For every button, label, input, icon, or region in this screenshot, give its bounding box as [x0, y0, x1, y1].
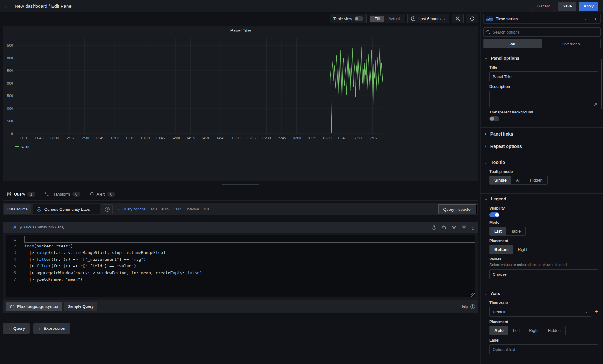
- disable-query-button[interactable]: [452, 225, 457, 230]
- flux-code-editor[interactable]: 1234567 from(bucket: "test") |> range(st…: [6, 235, 475, 297]
- timeseries-plot[interactable]: 050010001500200025003000350011:3011:4512…: [7, 35, 475, 143]
- transform-icon: [44, 192, 49, 196]
- query-actions-row: + Query + Expression: [3, 323, 478, 334]
- tab-alert[interactable]: Alert 0: [90, 188, 115, 200]
- query-row-header: ⌄ A (Curious Community Labs) ? ⣿: [3, 222, 478, 233]
- add-query-button[interactable]: + Query: [3, 323, 30, 334]
- tab-transform[interactable]: Transform 0: [44, 188, 80, 200]
- select-placeholder: Choose: [493, 272, 507, 277]
- code-gutter: 1234567: [6, 236, 20, 296]
- time-range-label: Last 6 hours: [418, 16, 441, 21]
- duplicate-query-button[interactable]: [442, 225, 446, 230]
- legend-label: value: [21, 145, 30, 149]
- svg-text:12:15: 12:15: [65, 136, 74, 140]
- tooltip-mode-single[interactable]: Single: [490, 176, 511, 184]
- sidebar-scrollbar-thumb[interactable]: [601, 59, 602, 109]
- repeat-options-row[interactable]: › Repeat options: [481, 140, 603, 152]
- query-editor-footer: Flux language syntax Sample Query Help ?: [3, 300, 478, 313]
- sample-query-button[interactable]: Sample Query: [64, 302, 97, 311]
- editor-tabs: Query 1 Transform 0 Alert 0: [3, 188, 478, 201]
- chart-panel: Panel Title 0500100015002000250030003500…: [3, 26, 478, 181]
- tooltip-header[interactable]: ⌄ Tooltip: [481, 157, 603, 166]
- datasource-help-button[interactable]: ?: [103, 204, 113, 214]
- panel-options-header[interactable]: ⌄ Panel options: [481, 53, 603, 62]
- tab-all[interactable]: All: [484, 39, 542, 48]
- tab-query-label: Query: [14, 192, 25, 196]
- svg-text:14:45: 14:45: [216, 136, 225, 140]
- svg-text:2000: 2000: [7, 81, 13, 85]
- datasource-picker[interactable]: Curious Community Labs ⌄: [33, 204, 100, 214]
- table-view-toggle[interactable]: Table view: [330, 14, 367, 23]
- datasource-label: Data source: [4, 204, 31, 214]
- legend-item-value[interactable]: value: [7, 143, 475, 150]
- apply-button[interactable]: Apply: [579, 2, 598, 11]
- panel-links-row[interactable]: › Panel links: [481, 127, 603, 140]
- splitter-drag-handle[interactable]: [222, 184, 259, 185]
- add-expression-button[interactable]: + Expression: [33, 323, 70, 334]
- options-search[interactable]: [483, 27, 601, 37]
- bell-icon: [90, 192, 94, 196]
- timezone-select[interactable]: Default ⌄: [489, 307, 591, 317]
- section-tooltip: ⌄ Tooltip Tooltip mode Single All Hidden: [481, 157, 603, 189]
- legend-placement-group: Bottom Right: [489, 245, 532, 254]
- tab-query-count: 1: [27, 192, 35, 197]
- svg-text:3000: 3000: [7, 56, 13, 60]
- textarea-resize-handle[interactable]: [594, 103, 597, 106]
- axis-placement-right[interactable]: Right: [524, 326, 543, 335]
- axis-header[interactable]: ⌄ Axis: [481, 288, 603, 297]
- description-field[interactable]: [489, 91, 598, 107]
- add-timezone-button[interactable]: +: [595, 309, 598, 315]
- remove-query-button[interactable]: [462, 225, 466, 230]
- axis-placement-hidden[interactable]: Hidden: [543, 326, 565, 335]
- search-options-input[interactable]: [493, 30, 598, 35]
- panel-title-input[interactable]: [489, 71, 598, 81]
- legend-mode-group: List Table: [489, 227, 526, 236]
- query-help-button[interactable]: ?: [432, 225, 436, 230]
- legend-header[interactable]: ⌄ Legend: [481, 194, 603, 203]
- time-range-picker[interactable]: Last 6 hours ⌄: [407, 14, 449, 23]
- influxdb-icon: [36, 207, 42, 212]
- query-inspector-button[interactable]: Query inspector: [438, 204, 477, 214]
- actual-option[interactable]: Actual: [384, 16, 404, 22]
- drag-handle[interactable]: ⣿: [471, 225, 474, 230]
- legend-visibility-toggle[interactable]: [489, 212, 499, 217]
- tooltip-mode-all[interactable]: All: [511, 176, 525, 184]
- table-view-switch[interactable]: [355, 16, 363, 21]
- legend-placement-right[interactable]: Right: [513, 245, 532, 254]
- tab-query[interactable]: Query 1: [7, 188, 35, 200]
- discard-button[interactable]: Discard: [532, 2, 555, 11]
- tooltip-mode-group: Single All Hidden: [489, 176, 548, 185]
- search-icon: [486, 30, 490, 34]
- axis-placement-left[interactable]: Left: [508, 326, 525, 335]
- axis-label-label: Label: [489, 338, 598, 343]
- legend-mode-table[interactable]: Table: [506, 227, 525, 235]
- chevron-down-icon: ⌄: [443, 17, 446, 21]
- flux-syntax-button[interactable]: Flux language syntax: [6, 302, 62, 311]
- visualization-picker[interactable]: Time series ⌄ ›: [483, 14, 601, 24]
- fill-option[interactable]: Fill: [370, 16, 384, 22]
- editor-resize-handle[interactable]: [471, 293, 475, 297]
- transparent-background-toggle[interactable]: [489, 116, 499, 121]
- legend-placement-bottom[interactable]: Bottom: [490, 245, 513, 254]
- query-options-toggle[interactable]: Query options: [122, 207, 146, 211]
- svg-text:12:00: 12:00: [50, 136, 59, 140]
- collapse-sidebar-button[interactable]: ›: [590, 14, 600, 23]
- tooltip-mode-hidden[interactable]: Hidden: [525, 176, 547, 184]
- axis-placement-group: Auto Left Right Hidden: [489, 326, 566, 335]
- axis-label-input[interactable]: [489, 344, 598, 354]
- copy-icon: [442, 225, 446, 230]
- save-button[interactable]: Save: [558, 2, 576, 11]
- help-button[interactable]: Help ?: [460, 304, 475, 309]
- legend-mode-list[interactable]: List: [490, 227, 506, 235]
- collapse-query-icon[interactable]: ⌄: [7, 226, 10, 229]
- back-button[interactable]: ←: [4, 3, 10, 9]
- refresh-button[interactable]: [466, 14, 478, 23]
- svg-text:500: 500: [7, 119, 13, 123]
- axis-placement-auto[interactable]: Auto: [490, 326, 508, 335]
- zoom-out-button[interactable]: [452, 14, 464, 23]
- timeseries-viz-icon: [486, 16, 493, 21]
- legend-values-select[interactable]: Choose ⌄: [489, 269, 598, 279]
- tab-overrides[interactable]: Overrides: [542, 39, 601, 48]
- title-label: Title: [489, 65, 598, 70]
- section-title: Axis: [491, 291, 500, 296]
